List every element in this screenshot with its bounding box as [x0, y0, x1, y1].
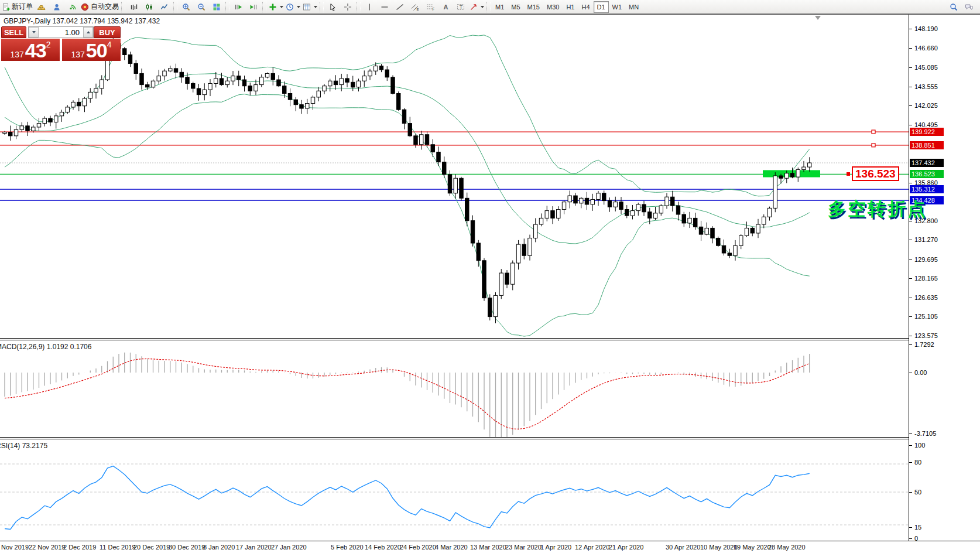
candlestick-chart-button[interactable]: [142, 1, 157, 13]
toolbar-separator: [357, 2, 361, 12]
svg-text:F: F: [433, 7, 435, 11]
price-chart[interactable]: [0, 15, 909, 338]
buy-button[interactable]: BUY: [94, 26, 121, 38]
periods-button[interactable]: [285, 1, 301, 13]
time-axis-label: 8 Jan 2020: [203, 544, 235, 551]
linechart-icon: [160, 3, 169, 11]
panel-splitter[interactable]: [0, 338, 980, 340]
volume-input[interactable]: [39, 27, 83, 37]
bar-chart-button[interactable]: [126, 1, 142, 13]
turning-point-annotation: 多空转折点: [828, 197, 927, 221]
text-label-button[interactable]: T: [453, 1, 468, 13]
macd-panel[interactable]: [0, 341, 909, 437]
candle: [717, 238, 720, 245]
signals-button[interactable]: [64, 1, 80, 13]
fibonacci-button[interactable]: F: [423, 1, 438, 13]
timeframe-m15-button[interactable]: M15: [524, 1, 543, 13]
chart-shift-button[interactable]: [246, 1, 261, 13]
level-line-handle[interactable]: [847, 172, 850, 176]
volume-decrease-button[interactable]: [29, 27, 39, 37]
line-handle[interactable]: [872, 130, 875, 134]
rsi-axis-label: 50: [914, 489, 921, 496]
candle: [516, 244, 520, 263]
timeframe-mn-button[interactable]: MN: [625, 1, 642, 13]
candle: [43, 118, 46, 124]
line-chart-button[interactable]: [157, 1, 172, 13]
horizontal-line-button[interactable]: [377, 1, 392, 13]
volume-increase-button[interactable]: [83, 27, 93, 37]
signal-icon: [68, 3, 76, 11]
timeframe-w1-button[interactable]: W1: [609, 1, 626, 13]
candle: [699, 227, 703, 234]
template-icon: [303, 3, 311, 11]
autotrading-button[interactable]: 自动交易: [80, 1, 120, 13]
candle: [345, 78, 349, 82]
candle: [49, 118, 52, 122]
rsi-panel[interactable]: [0, 440, 909, 541]
price-marker-label: 138.851: [910, 141, 944, 149]
timeframe-m5-button[interactable]: M5: [508, 1, 523, 13]
arrows-button[interactable]: [468, 1, 485, 13]
community-button[interactable]: [49, 1, 64, 13]
clock-icon: [286, 3, 294, 11]
indicators-button[interactable]: [268, 1, 285, 13]
level-price-label: 136.523: [852, 166, 899, 181]
candle: [408, 124, 412, 136]
templates-button[interactable]: [301, 1, 318, 13]
sell-price-display[interactable]: 137 43 2: [1, 39, 60, 61]
line-handle[interactable]: [872, 144, 875, 147]
cursor-button[interactable]: [325, 1, 340, 13]
time-axis-label: 23 Mar 2020: [505, 544, 542, 551]
crosshair-button[interactable]: [340, 1, 355, 13]
market-watch-button[interactable]: [34, 1, 49, 13]
candle: [397, 93, 400, 110]
timeframe-m30-button[interactable]: M30: [543, 1, 563, 13]
sell-button[interactable]: SELL: [1, 26, 26, 38]
candle: [32, 127, 35, 131]
candle: [802, 167, 806, 169]
price-tick: [909, 492, 912, 493]
time-axis-label: 22 Nov 2019: [29, 544, 65, 551]
macd-axis-label: 0.00: [914, 369, 927, 376]
price-tick: [909, 183, 912, 183]
zoom-in-button[interactable]: [179, 1, 194, 13]
timeframe-h4-button[interactable]: H4: [578, 1, 593, 13]
timeframe-h1-button[interactable]: H1: [563, 1, 578, 13]
timeframe-d1-button[interactable]: D1: [594, 1, 609, 13]
toolbar-separator: [486, 2, 491, 12]
new-order-button[interactable]: 新订单: [1, 1, 34, 13]
candle: [248, 86, 252, 91]
equidistant-channel-button[interactable]: E: [407, 1, 423, 13]
text-button[interactable]: A: [438, 1, 453, 13]
search-button[interactable]: [946, 1, 961, 13]
candle: [460, 178, 463, 198]
chat-button[interactable]: [961, 1, 976, 13]
chart-shift-marker[interactable]: [815, 16, 821, 20]
buy-price-display[interactable]: 137 50 4: [62, 39, 121, 61]
price-axis[interactable]: 148.190146.660145.085143.555142.025140.4…: [909, 15, 980, 541]
candle: [208, 83, 212, 90]
candle: [9, 132, 12, 135]
price-tick-label: 129.695: [914, 256, 938, 263]
candle: [186, 77, 189, 84]
chat-icon: [965, 3, 973, 11]
timeframe-m1-button[interactable]: M1: [492, 1, 508, 13]
toolbar-separator: [173, 2, 177, 12]
time-axis[interactable]: Nov 201922 Nov 20192 Dec 201911 Dec 2019…: [0, 541, 980, 553]
labelT-icon: T: [457, 3, 465, 11]
price-tick: [909, 87, 912, 87]
candle: [562, 202, 566, 210]
mt4-window: 新订单自动交易EFATM1M5M15M30H1H4D1W1MN GBPJPY-,…: [0, 0, 980, 553]
zoom-out-button[interactable]: [194, 1, 209, 13]
vertical-line-button[interactable]: [362, 1, 377, 13]
candle: [790, 173, 794, 177]
auto-scroll-button[interactable]: [231, 1, 246, 13]
candle: [54, 116, 58, 122]
time-axis-label: 10 May 2020: [700, 544, 738, 551]
candle: [402, 110, 406, 123]
panel-splitter[interactable]: [0, 437, 980, 439]
time-axis-label: 27 Jan 2020: [271, 544, 307, 551]
trendline-button[interactable]: [392, 1, 407, 13]
tile-windows-button[interactable]: [209, 1, 224, 13]
candle: [454, 178, 457, 193]
